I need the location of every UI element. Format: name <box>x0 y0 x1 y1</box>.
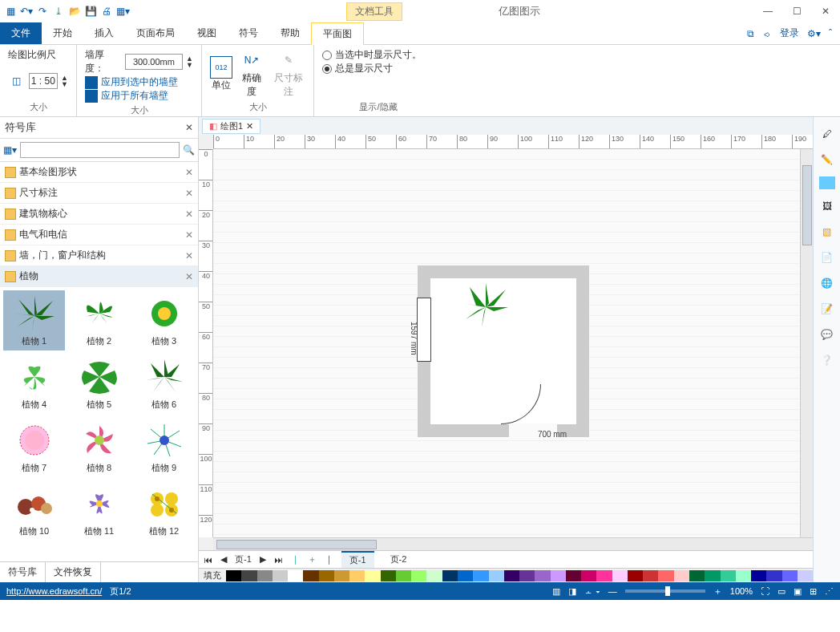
sidebar-category[interactable]: 尺寸标注✕ <box>0 183 198 204</box>
close-icon[interactable]: ✕ <box>814 3 837 19</box>
wall-thickness-input[interactable]: 300.00mm <box>125 54 183 70</box>
svg-point-5 <box>95 436 104 445</box>
plant-thumb[interactable]: 植物 3 <box>133 290 195 350</box>
qat-export-icon[interactable]: ⤓ <box>51 4 66 18</box>
view-mode-1-icon[interactable]: ▥ <box>552 586 560 597</box>
wall-spinner[interactable]: ▲▼ <box>186 55 193 68</box>
rail-note-icon[interactable]: 📝 <box>818 300 836 318</box>
scale-icon[interactable]: ◫ <box>8 70 26 92</box>
add-page-icon[interactable]: ＋ <box>308 553 317 565</box>
login-link[interactable]: 登录 <box>780 26 799 40</box>
color-swatches[interactable] <box>226 570 813 581</box>
page-last-icon[interactable]: ⏭ <box>274 555 283 565</box>
plant-thumb[interactable]: 植物 12 <box>133 480 195 541</box>
library-dropdown-icon[interactable]: ▦▾ <box>3 144 17 156</box>
rail-layer-icon[interactable]: ▧ <box>818 223 836 241</box>
scrollbar-horizontal[interactable] <box>213 537 813 550</box>
qat-print-icon[interactable]: 🖨 <box>99 4 114 18</box>
share-icon[interactable]: ⧉ <box>747 28 754 39</box>
scrollbar-vertical[interactable] <box>800 149 813 537</box>
qat-save-icon[interactable]: 💾 <box>83 4 98 18</box>
sidebar-tab-recovery[interactable]: 文件恢复 <box>46 562 101 582</box>
fullscreen-icon[interactable]: ⊞ <box>810 586 817 597</box>
document-tab[interactable]: ◧ 绘图1 ✕ <box>202 119 260 134</box>
qat-grid-icon[interactable]: ▦ <box>3 4 18 18</box>
menu-tab-3[interactable]: 视图 <box>186 22 228 44</box>
apply-all-walls[interactable]: 应用于所有墙壁 <box>85 89 193 103</box>
page-tab-2[interactable]: 页-2 <box>382 552 415 567</box>
menu-tab-4[interactable]: 符号 <box>228 22 269 44</box>
sidebar-category[interactable]: 墙，门，窗户和结构✕ <box>0 245 198 266</box>
canvas[interactable]: 700 mm 1597 mm <box>213 149 800 537</box>
plant-thumb[interactable]: 植物 8 <box>68 417 130 477</box>
rail-style-icon[interactable]: 🖊 <box>818 125 836 143</box>
qat-redo-icon[interactable]: ↷ <box>35 4 50 18</box>
sidebar-category[interactable]: 建筑物核心✕ <box>0 204 198 225</box>
rail-theme-icon[interactable] <box>819 176 835 189</box>
plant-thumb[interactable]: 植物 9 <box>133 417 195 477</box>
share2-icon[interactable]: ⪦ <box>762 28 772 39</box>
app-title: 亿图图示 <box>499 4 540 18</box>
view-mode-3-icon[interactable]: ⫠ ▾ <box>584 586 600 596</box>
rail-help-icon[interactable]: ❔ <box>818 351 836 369</box>
gear-icon[interactable]: ⚙▾ <box>807 28 821 39</box>
minimize-icon[interactable]: — <box>757 3 779 19</box>
plant-thumb[interactable]: 植物 7 <box>3 417 65 477</box>
precision-icon[interactable]: N↗ <box>240 49 263 71</box>
page-first-icon[interactable]: ⏮ <box>204 555 212 565</box>
sidebar-category[interactable]: 电气和电信✕ <box>0 225 198 245</box>
fit-width-icon[interactable]: ▭ <box>777 586 785 597</box>
plant-thumb[interactable]: 植物 10 <box>3 480 65 541</box>
view-mode-2-icon[interactable]: ◨ <box>568 586 576 597</box>
sidebar-category[interactable]: 基本绘图形状✕ <box>0 162 198 183</box>
rail-edit-icon[interactable]: ✏️ <box>818 151 836 168</box>
page-prev-icon[interactable]: ◀ <box>220 554 227 565</box>
status-url[interactable]: http://www.edrawsoft.cn/ <box>6 586 102 596</box>
plant-on-canvas[interactable] <box>462 283 510 327</box>
window-element[interactable] <box>417 298 431 362</box>
plant-thumb[interactable]: 植物 2 <box>68 290 130 350</box>
rail-picture-icon[interactable]: 🖼 <box>818 197 836 215</box>
sidebar-tab-library[interactable]: 符号库 <box>0 562 46 582</box>
plant-thumb[interactable]: 植物 1 <box>3 290 65 350</box>
file-menu[interactable]: 文件 <box>0 22 42 44</box>
page-next-icon[interactable]: ▶ <box>260 554 266 565</box>
menu-tab-0[interactable]: 开始 <box>42 22 83 44</box>
unit-icon[interactable]: 012 <box>210 56 232 79</box>
zoom-in-icon[interactable]: ＋ <box>713 585 722 598</box>
menu-tab-1[interactable]: 插入 <box>83 22 125 44</box>
qat-preview-icon[interactable]: ▦▾ <box>115 4 130 18</box>
fit-page-icon[interactable]: ⛶ <box>761 586 769 596</box>
menu-tab-6[interactable]: 平面图 <box>311 22 364 45</box>
plant-thumb[interactable]: 植物 6 <box>133 354 195 414</box>
scale-spinner[interactable]: ▲▼ <box>61 75 68 87</box>
doc-tab-close-icon[interactable]: ✕ <box>246 121 253 132</box>
qat-undo-icon[interactable]: ↶▾ <box>19 4 34 18</box>
search-icon[interactable]: 🔍 <box>183 144 195 156</box>
menu-tab-5[interactable]: 帮助 <box>269 22 311 44</box>
qat-open-icon[interactable]: 📂 <box>67 4 82 18</box>
context-tab[interactable]: 文档工具 <box>346 2 402 21</box>
zoom-out-icon[interactable]: — <box>608 586 617 596</box>
resize-grip-icon[interactable]: ⋰ <box>825 586 834 597</box>
rail-globe-icon[interactable]: 🌐 <box>818 274 836 292</box>
menu-tab-2[interactable]: 页面布局 <box>125 22 186 44</box>
search-input[interactable] <box>20 142 180 158</box>
maximize-icon[interactable]: ☐ <box>785 3 808 19</box>
floorplan-room[interactable]: 700 mm 1597 mm <box>418 265 589 437</box>
scale-input[interactable]: 1 : 50 <box>29 73 59 89</box>
collapse-ribbon-icon[interactable]: ˆ <box>829 28 832 39</box>
page-tab-1[interactable]: 页-1 <box>341 551 374 568</box>
zoom-slider[interactable] <box>625 589 705 593</box>
radio-show-on-select[interactable]: 当选中时显示尺寸。 <box>322 48 434 62</box>
fit-selection-icon[interactable]: ▣ <box>794 586 802 597</box>
apply-selected-walls[interactable]: 应用到选中的墙壁 <box>85 75 193 89</box>
sidebar-close-icon[interactable]: ✕ <box>185 122 193 133</box>
radio-always-show[interactable]: 总是显示尺寸 <box>322 62 434 75</box>
rail-comment-icon[interactable]: 💬 <box>818 326 836 343</box>
sidebar-category[interactable]: 植物✕ <box>0 266 198 287</box>
plant-thumb[interactable]: 植物 11 <box>68 480 130 541</box>
rail-doc-icon[interactable]: 📄 <box>818 249 836 266</box>
plant-thumb[interactable]: 植物 4 <box>3 354 65 414</box>
plant-thumb[interactable]: 植物 5 <box>68 354 130 414</box>
